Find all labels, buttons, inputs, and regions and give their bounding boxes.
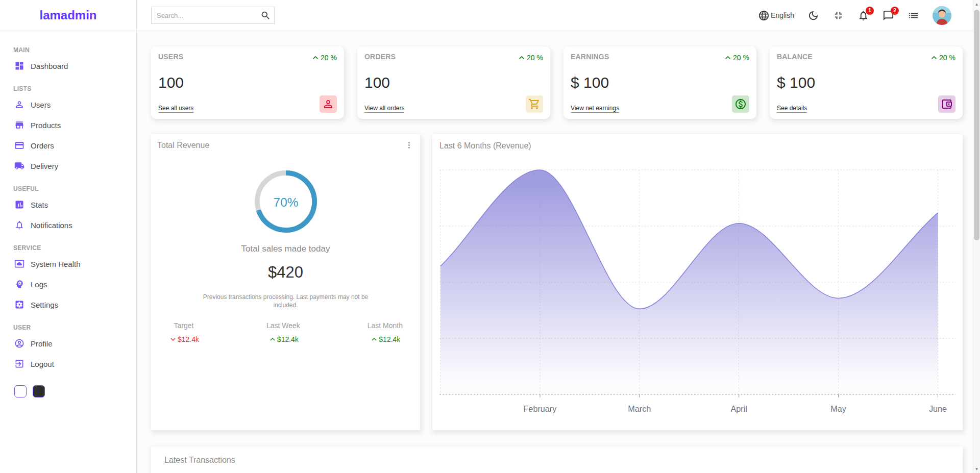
fullscreen-toggle[interactable] (832, 10, 844, 21)
sidebar-item-users[interactable]: Users (14, 98, 136, 111)
logo-row: lamadmin (0, 0, 136, 31)
sidebar-item-label: Orders (31, 141, 54, 150)
bell-icon (14, 220, 24, 230)
person-icon (320, 95, 337, 113)
gear-icon (14, 300, 24, 310)
money-icon (732, 95, 749, 113)
notifications-button[interactable]: 1 (857, 10, 869, 21)
section-title-service: SERVICE (13, 244, 136, 252)
sidebar-item-label: Stats (31, 201, 48, 209)
revenue-subtitle: Total sales made today (157, 244, 414, 254)
main-content: English 1 2 (137, 0, 980, 473)
list-button[interactable] (908, 10, 919, 21)
app-logo[interactable]: lamadmin (39, 8, 96, 22)
sidebar-item-label: System Health (31, 260, 81, 268)
widget-title: BALANCE (777, 53, 815, 61)
topbar: English 1 2 (137, 0, 980, 31)
summary-target: Target $12.4k (168, 321, 199, 344)
see-all-users-link[interactable]: See all users (158, 105, 193, 113)
avatar[interactable] (933, 6, 951, 25)
chevron-up-icon (370, 335, 379, 344)
sidebar-item-label: Logout (31, 360, 54, 368)
sidebar-item-dashboard[interactable]: Dashboard (14, 60, 136, 72)
language-selector[interactable]: English (758, 10, 794, 21)
more-vert-icon[interactable] (404, 140, 414, 150)
summary-last-week: Last Week $12.4k (266, 321, 300, 344)
sidebar-item-stats[interactable]: Stats (14, 198, 136, 211)
svg-text:March: March (628, 404, 651, 413)
see-details-link[interactable]: See details (777, 105, 807, 113)
view-net-earnings-link[interactable]: View net earnings (571, 105, 619, 113)
progress-circle: 70% (255, 170, 317, 233)
avatar-image (933, 6, 951, 25)
revenue-summary: Target $12.4k Last Week $12.4k (157, 321, 414, 344)
theme-options (14, 385, 136, 397)
scrollbar-thumb[interactable] (974, 10, 979, 240)
theme-light-toggle[interactable] (14, 385, 27, 397)
widget-change: 20 % (929, 53, 955, 63)
messages-button[interactable]: 2 (883, 10, 894, 21)
widgets-row: USERS 100 See all users 20 % ORDERS (137, 31, 980, 119)
sidebar-item-notifications[interactable]: Notifications (14, 219, 136, 231)
sidebar-item-label: Notifications (31, 221, 72, 230)
total-revenue-card: Total Revenue 70% Total sales made today… (151, 134, 420, 430)
revenue-amount: $420 (157, 263, 414, 282)
message-badge: 2 (891, 7, 899, 15)
chevron-up-icon (929, 53, 939, 63)
sidebar-item-logout[interactable]: Logout (14, 358, 136, 370)
widget-orders: ORDERS 100 View all orders 20 % (357, 46, 550, 119)
sidebar-item-delivery[interactable]: Delivery (14, 160, 136, 172)
person-icon (14, 99, 24, 110)
widget-value: 100 (158, 74, 193, 91)
store-icon (14, 120, 24, 130)
widget-change: 20 % (517, 53, 543, 63)
account-icon (14, 338, 24, 348)
widget-title: ORDERS (364, 53, 404, 61)
charts-row: Total Revenue 70% Total sales made today… (137, 119, 980, 430)
theme-dark-toggle[interactable] (33, 385, 45, 397)
app-root: lamadmin MAIN Dashboard LISTS Users Prod… (0, 0, 980, 473)
view-all-orders-link[interactable]: View all orders (364, 105, 404, 113)
sidebar-item-label: Profile (31, 339, 53, 348)
search-icon[interactable] (260, 10, 271, 21)
chevron-up-icon (517, 53, 527, 63)
sidebar-item-system-health[interactable]: System Health (14, 258, 136, 270)
cart-icon (526, 95, 543, 113)
revenue-note: Previous transactions processing. Last p… (198, 293, 374, 309)
widget-change: 20 % (310, 53, 337, 63)
sidebar-item-logs[interactable]: Logs (14, 278, 136, 290)
sidebar-item-label: Users (31, 101, 51, 109)
search-box (151, 7, 275, 24)
sidebar-item-profile[interactable]: Profile (14, 337, 136, 350)
search-input[interactable] (157, 12, 254, 19)
cloud-icon (14, 259, 24, 269)
svg-text:May: May (830, 404, 847, 413)
sidebar-item-orders[interactable]: Orders (14, 139, 136, 152)
credit-card-icon (14, 140, 24, 151)
widget-title: EARNINGS (571, 53, 619, 61)
widget-balance: BALANCE $ 100 See details 20 % (770, 46, 963, 119)
section-title-lists: LISTS (13, 85, 136, 92)
chevron-up-icon (268, 335, 277, 344)
widget-users: USERS 100 See all users 20 % (151, 46, 344, 119)
fullscreen-exit-icon (832, 10, 844, 21)
area-chart: FebruaryMarchAprilMayJune (439, 165, 955, 421)
dark-mode-toggle[interactable] (807, 10, 819, 21)
revenue-chart-card: Last 6 Months (Revenue) FebruaryMarchApr… (432, 134, 963, 430)
sidebar-item-settings[interactable]: Settings (14, 298, 136, 311)
chevron-down-icon (168, 335, 178, 344)
widget-change: 20 % (723, 53, 749, 63)
latest-transactions-card: Latest Transactions (151, 446, 963, 473)
scroll-up-arrow[interactable]: ▲ (973, 0, 980, 8)
wallet-icon (938, 95, 955, 113)
sidebar: lamadmin MAIN Dashboard LISTS Users Prod… (0, 0, 137, 473)
revenue-card-title: Total Revenue (157, 141, 209, 150)
scroll-down-arrow[interactable]: ▼ (973, 465, 980, 473)
dashboard-icon (14, 61, 24, 71)
svg-text:February: February (523, 404, 557, 413)
language-label: English (771, 11, 794, 19)
logout-icon (14, 359, 24, 369)
chevron-up-icon (310, 53, 321, 63)
chart-icon (14, 200, 24, 210)
sidebar-item-products[interactable]: Products (14, 119, 136, 131)
